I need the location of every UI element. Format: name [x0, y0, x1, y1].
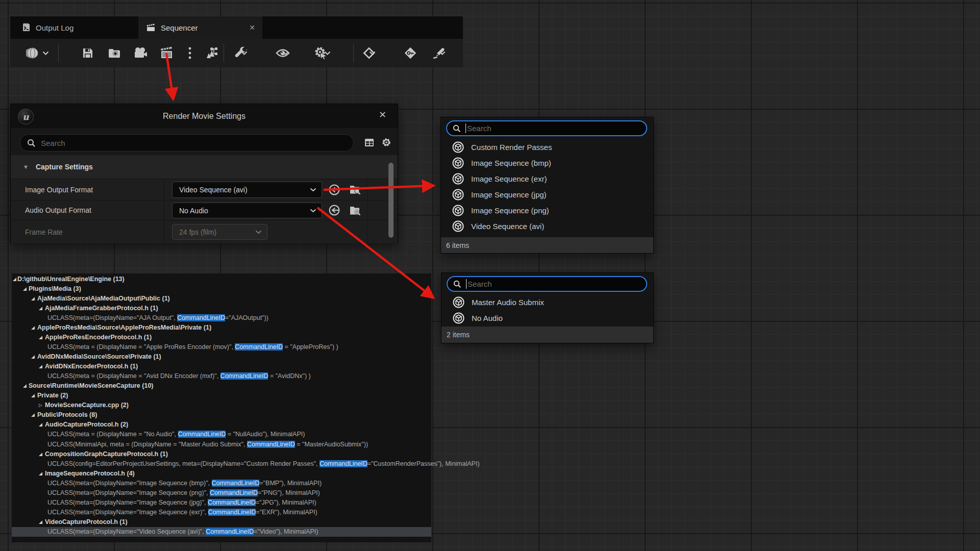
tree-node-row[interactable]: ▷MovieSceneCapture.cpp (2) — [12, 400, 431, 410]
class-icon — [453, 296, 464, 308]
tree-node-row[interactable]: ◢CompositionGraphCaptureProtocol.h (1) — [12, 449, 431, 459]
tree-code-row[interactable]: UCLASS(meta = (DisplayName = "Avid DNx E… — [12, 371, 431, 381]
expanded-arrow-icon[interactable]: ◢ — [31, 412, 35, 417]
globe-icon[interactable] — [26, 46, 40, 60]
expanded-arrow-icon[interactable]: ◢ — [39, 422, 42, 427]
tree-code-row[interactable]: UCLASS(meta = (DisplayName = "No Audio",… — [12, 430, 431, 439]
dialog-title: Render Movie Settings — [11, 112, 398, 121]
tree-code-row[interactable]: UCLASS(config=EditorPerProjectUserSettin… — [12, 459, 431, 469]
expanded-arrow-icon[interactable]: ◢ — [39, 452, 42, 457]
expanded-arrow-icon[interactable]: ◢ — [39, 471, 42, 476]
tree-node-row[interactable]: ◢AvidDNxEncoderProtocol.h (1) — [12, 362, 431, 371]
popup-search-input[interactable]: Search — [447, 276, 647, 292]
tree-node-row[interactable]: ◢AvidDNxMedia\Source\Source\Private (1) — [12, 352, 431, 362]
tab-sequencer[interactable]: Sequencer ✕ — [138, 16, 262, 39]
expanded-arrow-icon[interactable]: ◢ — [23, 383, 27, 388]
popup-option[interactable]: Image Sequence (bmp) — [441, 155, 653, 171]
capture-settings-label: Capture Settings — [36, 163, 93, 171]
chevron-down-icon[interactable] — [324, 50, 331, 56]
use-selected-asset-icon[interactable] — [328, 204, 341, 217]
tree-node-row[interactable]: ◢AppleProResMedia\Source\AppleProResMedi… — [12, 323, 431, 333]
uclass-declaration: UCLASS(meta=(DisplayName="Image Sequence… — [47, 509, 317, 516]
use-selected-asset-icon[interactable] — [328, 183, 341, 196]
popup-option[interactable]: Video Sequence (avi) — [441, 218, 653, 234]
dialog-title-bar[interactable]: u Render Movie Settings ✕ — [11, 104, 398, 128]
tab-close-icon[interactable]: ✕ — [249, 24, 255, 31]
save-icon[interactable] — [81, 46, 95, 60]
hierarchy-icon[interactable] — [204, 46, 218, 60]
tree-code-row[interactable]: UCLASS(meta=(DisplayName="Video Sequence… — [12, 527, 431, 537]
column-view-icon[interactable] — [363, 136, 375, 148]
settings-search-input[interactable]: Search — [20, 134, 354, 152]
tree-code-row[interactable]: UCLASS(meta=(DisplayName="AJA Output", C… — [12, 313, 431, 323]
match-count: (2) — [120, 421, 128, 428]
expanded-arrow-icon[interactable]: ◢ — [23, 286, 27, 291]
image-format-popup: Search Custom Render PassesImage Sequenc… — [440, 117, 654, 254]
match-count: (1) — [144, 334, 152, 341]
expanded-arrow-icon[interactable]: ◢ — [39, 335, 42, 340]
ellipsis-icon[interactable] — [183, 46, 197, 60]
popup-option[interactable]: Image Sequence (jpg) — [441, 187, 653, 203]
key-diamond-icon[interactable] — [403, 46, 418, 60]
browse-to-asset-icon[interactable] — [349, 183, 362, 196]
uclass-declaration: UCLASS(config=EditorPerProjectUserSettin… — [47, 460, 480, 467]
expanded-arrow-icon[interactable]: ◢ — [31, 393, 35, 398]
audio-output-format-dropdown[interactable]: No Audio — [172, 203, 322, 218]
expanded-arrow-icon[interactable]: ◢ — [39, 306, 42, 311]
tree-code-row[interactable]: UCLASS(meta=(DisplayName="Image Sequence… — [12, 479, 431, 488]
chevron-down-icon[interactable] — [438, 50, 446, 56]
tree-code-row[interactable]: UCLASS(meta=(DisplayName="Image Sequence… — [12, 488, 431, 498]
tree-node-row[interactable]: ◢Plugins\Media (3) — [12, 284, 431, 294]
expanded-arrow-icon[interactable]: ◢ — [39, 364, 42, 369]
settings-gear-icon[interactable] — [380, 136, 393, 148]
popup-option[interactable]: Image Sequence (exr) — [441, 171, 653, 187]
tree-node-label: VideoCaptureProtocol.h (1) — [45, 518, 128, 525]
tree-node-row[interactable]: ◢ImageSequenceProtocol.h (4) — [12, 469, 431, 479]
camera-icon[interactable] — [133, 46, 148, 60]
expanded-arrow-icon[interactable]: ◢ — [31, 354, 35, 359]
tree-node-row[interactable]: ◢AudioCaptureProtocol.h (2) — [12, 420, 431, 430]
expanded-arrow-icon[interactable]: ◢ — [31, 325, 35, 330]
tree-code-row[interactable]: UCLASS(meta=(DisplayName="Image Sequence… — [12, 508, 431, 517]
unreal-logo-icon: u — [18, 109, 34, 124]
section-expand-icon[interactable]: ▼ — [23, 164, 29, 170]
tree-node-row[interactable]: ◢Source\Runtime\MovieSceneCapture (10) — [12, 381, 431, 391]
tree-code-row[interactable]: UCLASS(MinimalApi, meta = (DisplayName =… — [12, 440, 431, 449]
dialog-close-icon[interactable]: ✕ — [379, 110, 386, 119]
dialog-scrollbar[interactable] — [388, 163, 394, 238]
expanded-arrow-icon[interactable]: ◢ — [39, 519, 42, 524]
browse-to-asset-icon[interactable] — [349, 204, 362, 217]
popup-search-input[interactable]: Search — [446, 120, 647, 136]
expanded-arrow-icon[interactable]: ◢ — [13, 277, 16, 282]
popup-option[interactable]: No Audio — [442, 310, 653, 326]
image-output-format-dropdown[interactable]: Video Sequence (avi) — [172, 182, 322, 198]
tree-node-row[interactable]: ◢AjaMedia\Source\AjaMediaOutput\Public (… — [12, 294, 431, 304]
chevron-down-icon[interactable] — [369, 50, 376, 56]
tab-sequencer-label: Sequencer — [161, 23, 198, 32]
chevron-down-icon[interactable] — [282, 50, 289, 56]
frame-rate-label: Frame Rate — [25, 228, 63, 236]
tree-node-row[interactable]: ◢AppleProResEncoderProtocol.h (1) — [12, 333, 431, 342]
popup-option[interactable]: Master Audio Submix — [442, 294, 653, 310]
clapperboard-icon[interactable] — [160, 46, 174, 60]
chevron-down-icon[interactable] — [240, 50, 248, 56]
find-in-browser-icon[interactable] — [107, 46, 121, 60]
popup-option[interactable]: Custom Render Passes — [441, 139, 653, 155]
tree-code-row[interactable]: UCLASS(meta=(DisplayName="Image Sequence… — [12, 498, 431, 508]
commandlineid-highlight: CommandLineID — [178, 431, 226, 438]
chevron-down-icon[interactable] — [42, 50, 49, 56]
capture-settings-header[interactable]: ▼ Capture Settings — [11, 155, 398, 179]
tree-code-row[interactable]: UCLASS(meta = (DisplayName = "Apple ProR… — [12, 342, 431, 352]
tab-output-log[interactable]: Output Log — [15, 16, 81, 39]
tree-node-row[interactable]: ◢AjaMediaFrameGrabberProtocol.h (1) — [12, 304, 431, 313]
tree-node-row[interactable]: ◢Private (2) — [12, 391, 431, 400]
tree-node-row[interactable]: ◢Public\Protocols (8) — [12, 410, 431, 420]
match-count: (1) — [160, 450, 168, 458]
expanded-arrow-icon[interactable]: ◢ — [31, 296, 35, 301]
match-count: (8) — [89, 411, 97, 418]
collapsed-arrow-icon[interactable]: ▷ — [39, 403, 42, 408]
tree-node-row[interactable]: ◢VideoCaptureProtocol.h (1) — [12, 517, 431, 527]
tree-node-label: AvidDNxEncoderProtocol.h (1) — [45, 363, 138, 370]
tree-node-row[interactable]: ◢D:\github\UnrealEngine\Engine (13) — [12, 274, 431, 284]
popup-option[interactable]: Image Sequence (png) — [441, 203, 653, 218]
